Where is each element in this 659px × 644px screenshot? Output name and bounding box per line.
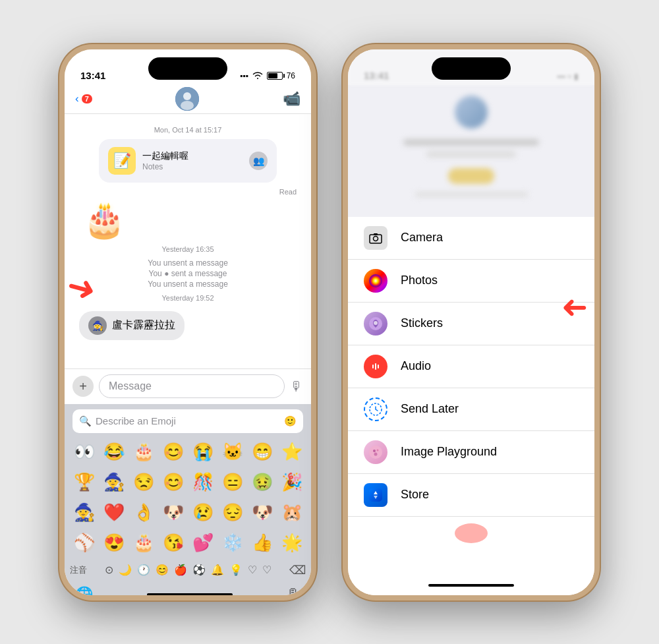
- emoji-cake[interactable]: 🎂: [129, 438, 158, 466]
- right-dynamic-island: [432, 57, 511, 80]
- menu-item-imageplayground[interactable]: Image Playground: [348, 431, 594, 474]
- right-phone: 13:41 ▪▪▪ ≈ ▮ ➜ Camera: [343, 44, 600, 600]
- photos-icon: [364, 269, 387, 293]
- emoji-puppy[interactable]: 🐶: [248, 499, 276, 527]
- emoji-ok[interactable]: 👌: [129, 499, 158, 527]
- kb-apple-icon[interactable]: 🍎: [174, 564, 187, 576]
- message-input[interactable]: Message: [99, 374, 285, 398]
- emoji-laugh[interactable]: 😂: [100, 438, 128, 466]
- emoji-hamster[interactable]: 🐹: [277, 499, 306, 527]
- keyboard-bottom-bar: 注音 ⊙ 🌙 🕐 😊 🍎 ⚽ 🔔 💡 ♡ ♡ ⌫: [65, 558, 311, 582]
- emoji-face[interactable]: 😔: [218, 499, 246, 527]
- plus-button[interactable]: +: [72, 376, 94, 397]
- kb-flag-icon[interactable]: ♡: [262, 564, 272, 576]
- emoji-smile[interactable]: 😊: [159, 438, 187, 466]
- svg-point-1: [183, 92, 191, 100]
- dynamic-island: [148, 57, 227, 80]
- status-time: 13:41: [80, 70, 105, 81]
- svg-rect-11: [375, 363, 376, 370]
- photos-label: Photos: [401, 274, 438, 287]
- camera-icon: [364, 226, 387, 250]
- svg-point-16: [377, 449, 379, 451]
- stickers-label: Stickers: [401, 316, 443, 330]
- activity-unsent2: You unsent a message: [72, 279, 303, 289]
- kb-heart-icon[interactable]: ♡: [248, 564, 257, 576]
- emoji-kiss[interactable]: 😘: [159, 529, 187, 557]
- kb-bell-icon[interactable]: 🔔: [211, 564, 224, 576]
- emoji-neutral[interactable]: 😑: [218, 469, 246, 496]
- emoji-snowflake[interactable]: ❄️: [218, 529, 246, 557]
- video-call-button[interactable]: 📹: [283, 90, 301, 107]
- note-info: 一起編輯喔 Notes: [142, 150, 188, 171]
- emoji-nausea[interactable]: 🤢: [248, 469, 276, 496]
- sender-avatar: 🧙: [88, 316, 107, 335]
- menu-item-sendlater[interactable]: Send Later: [348, 388, 594, 431]
- kb-moon-icon[interactable]: 🌙: [119, 564, 132, 576]
- kb-ball-icon[interactable]: ⚽: [192, 564, 206, 576]
- emoji-bday[interactable]: 🎂: [129, 529, 158, 557]
- activity-time1: Yesterday 16:35: [72, 245, 303, 253]
- red-arrow-right: ➜: [561, 288, 588, 325]
- emoji-cat[interactable]: 🐱: [218, 438, 246, 466]
- emoji-thumbsup[interactable]: 👍: [248, 529, 276, 557]
- emoji-search-placeholder: Describe an Emoji: [96, 415, 176, 426]
- share-icon: 👥: [249, 152, 268, 170]
- menu-item-photos[interactable]: Photos: [348, 260, 594, 303]
- menu-item-audio[interactable]: Audio: [348, 345, 594, 388]
- emoji-unamused[interactable]: 😒: [129, 469, 158, 496]
- kb-mic-button[interactable]: 🎙: [286, 586, 301, 600]
- read-label: Read: [72, 188, 297, 196]
- contact-avatar[interactable]: [175, 87, 199, 111]
- emoji-star[interactable]: ⭐: [277, 438, 306, 466]
- emoji-cry[interactable]: 😭: [188, 438, 217, 466]
- kb-bopomofo[interactable]: 注音: [70, 564, 87, 576]
- battery-level: 76: [287, 71, 295, 80]
- right-home-indicator-bar: [348, 575, 594, 595]
- svg-point-15: [373, 450, 376, 452]
- kb-clock-icon[interactable]: 🕐: [137, 564, 150, 576]
- emoji-witch[interactable]: 🧙: [100, 469, 128, 496]
- message-placeholder: Message: [109, 380, 152, 392]
- birthday-sticker: 🎂: [83, 200, 303, 240]
- messages-content: Mon, Oct 14 at 15:17 📝 一起編輯喔 Notes 👥 Rea…: [65, 114, 311, 371]
- kb-emoji-icon[interactable]: 😊: [156, 564, 169, 576]
- kb-delete-icon[interactable]: ⌫: [289, 563, 306, 577]
- kb-globe-button[interactable]: 🌐: [75, 586, 93, 600]
- kb-dot-icon[interactable]: ⊙: [105, 564, 113, 576]
- menu-item-camera[interactable]: Camera: [348, 217, 594, 260]
- emoji-heart[interactable]: ❤️: [100, 499, 128, 527]
- menu-item-stickers[interactable]: Stickers: [348, 303, 594, 345]
- back-button[interactable]: ‹ 7: [75, 92, 92, 105]
- emoji-extra[interactable]: 🌟: [277, 529, 306, 557]
- emoji-eyes[interactable]: 👀: [70, 438, 98, 466]
- wifi-icon: [252, 71, 263, 81]
- right-blurred-top: [348, 85, 594, 217]
- emoji-trophy[interactable]: 🏆: [70, 469, 98, 496]
- search-icon: 🔍: [79, 415, 92, 427]
- emoji-mage[interactable]: 🧙: [70, 499, 98, 527]
- emoji-smile2[interactable]: 😊: [159, 469, 187, 496]
- emoji-party[interactable]: 🎊: [188, 469, 217, 496]
- sendlater-icon: [364, 397, 387, 421]
- sendlater-label: Send Later: [401, 402, 459, 416]
- emoji-hearts-eyes[interactable]: 😍: [100, 529, 128, 557]
- microphone-button[interactable]: 🎙: [290, 379, 303, 394]
- kb-bulb-icon[interactable]: 💡: [229, 564, 243, 576]
- emoji-baseball[interactable]: ⚾: [70, 529, 98, 557]
- red-arrow-left: ➜: [65, 264, 101, 310]
- emoji-sad[interactable]: 😢: [188, 499, 217, 527]
- you-label: You: [149, 269, 162, 278]
- emoji-grin[interactable]: 😁: [248, 438, 276, 466]
- emoji-dog[interactable]: 🐶: [159, 499, 187, 527]
- emoji-hearts[interactable]: 💕: [188, 529, 217, 557]
- shared-note[interactable]: 📝 一起編輯喔 Notes 👥: [99, 139, 277, 183]
- svg-rect-18: [369, 488, 382, 502]
- emoji-confetti[interactable]: 🎉: [277, 469, 306, 496]
- right-home-indicator: [428, 584, 514, 587]
- svg-rect-5: [374, 233, 378, 235]
- keyboard-footer: 🌐 🎙: [65, 582, 311, 600]
- note-title: 一起編輯喔: [142, 150, 188, 162]
- menu-item-store[interactable]: Store: [348, 474, 594, 517]
- svg-point-2: [181, 101, 194, 110]
- emoji-search[interactable]: 🔍 Describe an Emoji 🙂: [72, 409, 303, 433]
